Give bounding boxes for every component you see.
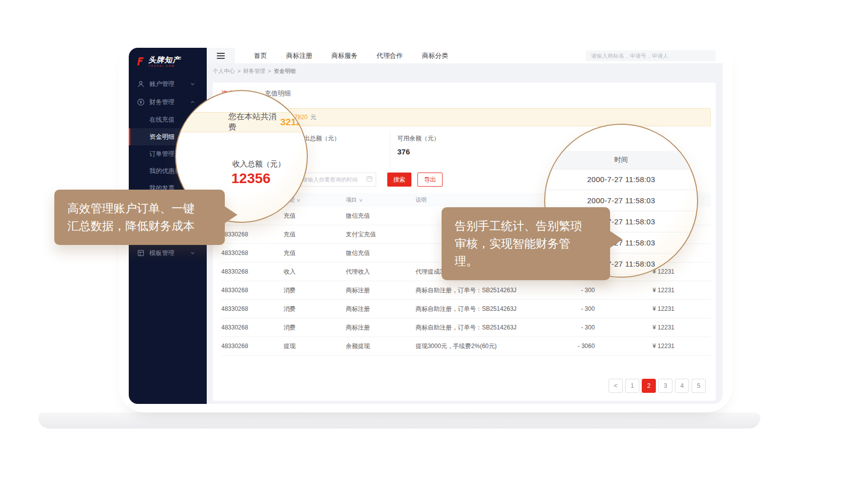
table-row[interactable]: 48330268消费商标注册商标自助注册，订单号：SB2514263J- 300… <box>221 318 711 337</box>
table-cell: 商标注册 <box>346 323 416 332</box>
table-cell: - 300 <box>555 305 594 312</box>
table-cell: 充值 <box>284 249 346 258</box>
laptop-base <box>38 412 760 429</box>
page-button-2[interactable]: 2 <box>642 379 656 393</box>
brand-logo[interactable]: 头牌知产 TOUPAI.COM <box>129 48 207 75</box>
hamburger-icon <box>217 53 225 59</box>
nav-tab-商标注册[interactable]: 商标注册 <box>286 51 312 60</box>
nav-tab-商标服务[interactable]: 商标服务 <box>331 51 358 60</box>
lens-time-row: 2000-7-27 11:58:03 <box>545 169 697 190</box>
table-cell: 48330268 <box>221 287 284 294</box>
page-button-1[interactable]: 1 <box>625 379 639 393</box>
sidebar-group-label: 账户管理 <box>149 80 190 89</box>
lens-banner-prefix: 您在本站共消费 <box>228 112 277 133</box>
table-cell: 充值 <box>284 230 346 239</box>
flag-logo-icon <box>135 56 145 66</box>
lens-banner: 您在本站共消费 32124 <box>176 112 307 132</box>
page-button-3[interactable]: 3 <box>658 379 672 393</box>
chevron-down-icon <box>190 250 195 256</box>
menu-toggle[interactable] <box>207 48 235 63</box>
table-cell: - 3060 <box>555 343 594 350</box>
nav-tab-商标分类[interactable]: 商标分类 <box>422 51 448 60</box>
table-cell: 微信充值 <box>346 249 416 258</box>
page-prev-button[interactable]: < <box>609 379 623 393</box>
wallet-icon <box>137 98 145 106</box>
table-cell: ¥ 12231 <box>595 305 674 312</box>
chevron-down-icon <box>190 81 195 87</box>
table-cell: 提现3000元，手续费2%(60元) <box>415 342 555 351</box>
table-cell: 2000-7-27 11:58:03 <box>674 305 711 312</box>
table-cell: 充值 <box>284 212 346 220</box>
breadcrumb-item[interactable]: 个人中心 <box>213 67 235 75</box>
callout-line: 理。 <box>455 253 597 270</box>
breadcrumb-item[interactable]: 财务管理 <box>243 67 265 75</box>
user-icon <box>137 80 145 88</box>
table-cell: 消费 <box>284 305 346 313</box>
callout-line: 高效管理账户订单、一键 <box>67 200 212 217</box>
card-tabs: 资金明细充值明细 <box>221 89 711 102</box>
sidebar-group-账户管理[interactable]: 账户管理 <box>129 75 207 93</box>
table-cell: 2000-7-27 11:58:03 <box>674 343 711 350</box>
table-cell: 消费 <box>284 286 346 295</box>
page-button-5[interactable]: 5 <box>692 379 706 393</box>
table-cell: - 300 <box>555 324 594 331</box>
table-cell: 消费 <box>284 323 346 332</box>
table-cell: 48330268 <box>221 268 284 275</box>
sidebar-group-模板管理[interactable]: 模板管理 <box>129 244 207 262</box>
table-cell: ¥ 12231 <box>595 343 674 350</box>
date-filter-input[interactable] <box>298 173 376 187</box>
breadcrumb: 个人中心>财务管理>资金明细 <box>207 63 723 78</box>
table-cell: - 300 <box>555 287 594 294</box>
brand-subtext: TOUPAI.COM <box>148 65 181 67</box>
trademark-search-input[interactable] <box>586 50 716 61</box>
date-filter <box>298 173 376 187</box>
table-header-cell: 项目∨ <box>346 196 416 204</box>
sort-chevron-icon[interactable]: ∨ <box>358 198 363 203</box>
table-cell: 2000-7-27 11:58:03 <box>674 268 711 275</box>
table-row[interactable]: 48330268提现余额提现提现3000元，手续费2%(60元)- 3060¥ … <box>221 337 711 356</box>
table-cell: 48330268 <box>221 231 284 238</box>
export-button[interactable]: 导出 <box>417 173 443 187</box>
breadcrumb-separator: > <box>237 68 240 74</box>
table-cell: 商标注册 <box>346 286 416 295</box>
table-cell: 支付宝充值 <box>346 230 416 239</box>
lens-income-value: 12356 <box>231 171 271 187</box>
table-cell: 商标注册 <box>346 305 416 313</box>
banner-suffix: 元 <box>310 113 316 122</box>
nav-tab-代理合作[interactable]: 代理合作 <box>377 51 403 60</box>
search-button[interactable]: 搜索 <box>387 173 411 187</box>
table-cell: 2000-7-27 11:58:03 <box>674 324 711 331</box>
sidebar-group-label: 财务管理 <box>149 98 190 107</box>
callout-line: 审核，实现智能财务管 <box>455 235 597 253</box>
table-cell: ¥ 12231 <box>595 324 674 331</box>
table-cell: 收入 <box>284 268 346 276</box>
table-cell: 商标自助注册，订单号：SB2514263J <box>415 323 555 332</box>
table-cell: 48330268 <box>221 343 284 350</box>
sidebar-group-label: 模板管理 <box>149 249 190 258</box>
nav-tabs: 首页商标注册商标服务代理合作商标分类 <box>254 51 448 60</box>
table-row[interactable]: 48330268消费商标注册商标自助注册，订单号：SB2514263J- 300… <box>221 281 711 300</box>
breadcrumb-separator: > <box>268 68 271 74</box>
page-button-4[interactable]: 4 <box>675 379 689 393</box>
lens-income-label: 收入总额（元） <box>232 159 285 169</box>
table-row[interactable]: 48330268消费商标注册商标自助注册，订单号：SB2514263J- 300… <box>221 300 711 318</box>
pagination: <12345 <box>221 374 711 397</box>
table-cell: 2000-7-27 11:58:03 <box>674 249 711 257</box>
table-cell: 余额提现 <box>346 342 416 351</box>
stat-label: 支出总额（元） <box>298 134 390 143</box>
template-icon <box>137 249 145 257</box>
sort-chevron-icon[interactable]: ∨ <box>296 198 300 203</box>
table-cell: 48330268 <box>221 324 284 331</box>
chevron-up-icon <box>190 100 195 105</box>
table-cell: 提现 <box>284 342 346 351</box>
table-cell: 2000-7-27 11:58:03 <box>674 287 711 294</box>
callout-line: 告别手工统计、告别繁琐 <box>455 217 597 235</box>
breadcrumb-item[interactable]: 资金明细 <box>274 67 296 75</box>
table-cell: 商标自助注册，订单号：SB2514263J <box>415 305 555 313</box>
table-cell: 代理收入 <box>346 268 416 276</box>
callout-left: 高效管理账户订单、一键汇总数据，降低财务成本 <box>54 190 225 245</box>
nav-tab-首页[interactable]: 首页 <box>254 51 267 60</box>
table-cell: 商标自助注册，订单号：SB2514263J <box>415 286 555 295</box>
callout-line: 汇总数据，降低财务成本 <box>67 217 212 235</box>
table-cell: ¥ 12231 <box>595 287 674 294</box>
